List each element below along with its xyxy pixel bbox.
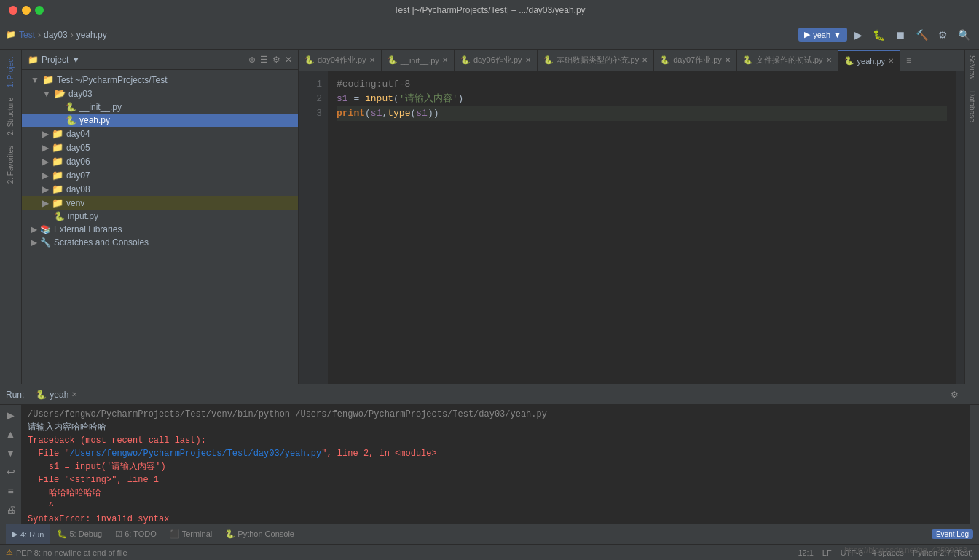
debug-button[interactable]: 🐛: [870, 28, 888, 42]
run-button[interactable]: ▶ yeah ▼: [798, 28, 847, 42]
yeah-file-icon: 🐍: [66, 115, 76, 125]
editor-scrollbar: [956, 71, 964, 384]
tree-item-scratches[interactable]: ▶ 🔧 Scratches and Consoles: [22, 236, 298, 249]
tree-item-day06-label: day06: [66, 157, 90, 167]
tab-basics[interactable]: 🐍 基础数据类型的补充.py ✕: [538, 50, 655, 71]
footer-tab-run-label: 4: Run: [20, 530, 44, 539]
footer-tab-terminal[interactable]: ⬛ Terminal: [164, 524, 218, 545]
project-settings-icon[interactable]: ⚙: [272, 55, 280, 65]
scratches-arrow: ▶: [31, 237, 37, 248]
code-editor: 1 2 3 #coding:utf-8 s1 = input ( '请输入内容'…: [299, 71, 964, 384]
footer-right: Event Log: [932, 529, 973, 539]
breadcrumb-test[interactable]: Test: [19, 30, 35, 40]
console-left-toolbar: ▶ ▲ ▼ ↩ ≡ 🖨 ★ 🗑: [0, 405, 22, 524]
console-file-link[interactable]: /Users/fengwo/PycharmProjects/Test/day03…: [70, 449, 322, 459]
panel-icon-favorites[interactable]: 2: Favorites: [5, 141, 16, 188]
bottom-toolbar-right: ⚙ —: [951, 390, 973, 400]
tab-day06-icon: 🐍: [460, 55, 471, 65]
tab-day07-icon: 🐍: [660, 55, 670, 65]
footer-tab-todo-label: ☑ 6: TODO: [115, 529, 157, 539]
day03-arrow: ▼: [42, 89, 51, 99]
tab-day04[interactable]: 🐍 day04作业.py ✕: [299, 50, 382, 71]
line-num-2: 2: [299, 92, 322, 106]
right-panel-database[interactable]: Database: [967, 85, 978, 128]
tree-item-day07-label: day07: [66, 170, 90, 181]
left-panel-icons: 1: Project 2: Structure 2: Favorites: [0, 50, 22, 384]
window-title: Test [~/PycharmProjects/Test] – .../day0…: [393, 5, 585, 15]
print-icon[interactable]: 🖨: [4, 502, 17, 517]
venv-arrow: ▶: [42, 198, 49, 208]
right-panel-scview[interactable]: ScView: [967, 50, 978, 85]
close-button[interactable]: [9, 6, 17, 15]
tree-item-yeah[interactable]: 🐍 yeah.py: [22, 114, 298, 127]
code-func-input: input: [365, 92, 393, 106]
breadcrumb-file[interactable]: yeah.py: [76, 30, 107, 40]
panel-icon-structure[interactable]: 2: Structure: [5, 93, 16, 140]
footer-tab-python-console[interactable]: 🐍 Python Console: [219, 524, 300, 545]
wrap-icon[interactable]: ↩: [5, 465, 17, 479]
tab-yeah-close[interactable]: ✕: [888, 57, 894, 65]
soft-wrap-icon[interactable]: ≡: [6, 484, 15, 498]
tree-item-root[interactable]: ▼ 📁 Test ~/PycharmProjects/Test: [22, 73, 298, 87]
breadcrumb-day03[interactable]: day03: [44, 30, 68, 40]
tab-day06[interactable]: 🐍 day06作业.py ✕: [455, 50, 538, 71]
tab-file[interactable]: 🐍 文件操作的初试.py ✕: [737, 50, 838, 71]
tab-yeah-label: yeah.py: [857, 57, 886, 66]
console-minimize-icon[interactable]: —: [964, 390, 973, 400]
bottom-tab-yeah[interactable]: 🐍 yeah ✕: [30, 384, 83, 405]
tab-basics-close[interactable]: ✕: [642, 56, 648, 64]
tab-day06-close[interactable]: ✕: [525, 56, 531, 64]
console-settings-icon[interactable]: ⚙: [951, 390, 959, 400]
run-again-icon[interactable]: ▶: [5, 408, 16, 422]
tree-item-day03-label: day03: [68, 89, 93, 99]
tree-item-ext-libs[interactable]: ▶ 📚 External Libraries: [22, 223, 298, 236]
tab-overflow-icon[interactable]: ≡: [900, 55, 917, 66]
project-close-icon[interactable]: ✕: [285, 55, 292, 65]
status-bar-left: ⚠ PEP 8: no newline at end of file: [6, 548, 127, 557]
console-line-8: SyntaxError: invalid syntax: [28, 513, 964, 524]
tab-day07-close[interactable]: ✕: [725, 56, 731, 64]
search-button[interactable]: 🔍: [955, 28, 973, 42]
code-content[interactable]: #coding:utf-8 s1 = input ( '请输入内容' ) pri…: [328, 71, 956, 384]
tree-item-day03[interactable]: ▼ 📂 day03: [22, 87, 298, 100]
tree-item-init[interactable]: 🐍 __init__.py: [22, 100, 298, 114]
line-ending[interactable]: LF: [822, 548, 832, 557]
tab-day07[interactable]: 🐍 day07作业.py ✕: [654, 50, 737, 71]
tab-day07-label: day07作业.py: [673, 55, 722, 66]
tree-item-day05[interactable]: ▶ 📁 day05: [22, 141, 298, 154]
main-toolbar: 📁 Test › day03 › yeah.py ▶ yeah ▼ ▶ 🐛 ⏹ …: [0, 20, 979, 50]
console-text: /Users/fengwo/PycharmProjects/Test/venv/…: [22, 405, 970, 524]
tab-init-close[interactable]: ✕: [442, 56, 448, 64]
tree-item-day07[interactable]: ▶ 📁 day07: [22, 168, 298, 182]
tab-day04-close[interactable]: ✕: [369, 56, 375, 64]
tree-item-input[interactable]: 🐍 input.py: [22, 210, 298, 223]
tree-item-day08[interactable]: ▶ 📁 day08: [22, 182, 298, 196]
event-log-button[interactable]: Event Log: [932, 529, 973, 539]
minimize-button[interactable]: [22, 6, 31, 15]
tree-item-day04-label: day04: [66, 129, 90, 139]
content-area: 1: Project 2: Structure 2: Favorites 📁 P…: [0, 50, 979, 384]
tree-item-venv[interactable]: ▶ 📁 venv: [22, 196, 298, 210]
tab-file-close[interactable]: ✕: [826, 56, 832, 64]
panel-icon-project[interactable]: 1: Project: [5, 52, 16, 92]
project-filter-icon[interactable]: ☰: [260, 55, 268, 65]
run-exec-button[interactable]: ▶: [852, 28, 865, 42]
scroll-up-icon[interactable]: ▲: [4, 427, 17, 441]
tree-item-day04[interactable]: ▶ 📁 day04: [22, 127, 298, 141]
tree-item-day06[interactable]: ▶ 📁 day06: [22, 154, 298, 168]
footer-tab-debug[interactable]: 🐛 5: Debug: [51, 524, 108, 545]
settings-button[interactable]: ⚙: [935, 28, 951, 42]
tab-yeah[interactable]: 🐍 yeah.py ✕: [838, 50, 901, 71]
cursor-position[interactable]: 12:1: [798, 548, 813, 557]
day06-arrow: ▶: [42, 157, 49, 167]
run-tab-close[interactable]: ✕: [71, 390, 77, 398]
build-button[interactable]: 🔨: [913, 28, 931, 42]
footer-tab-run[interactable]: ▶ 4: Run: [6, 524, 50, 545]
project-dropdown-icon[interactable]: ▼: [71, 55, 80, 65]
footer-tab-todo[interactable]: ☑ 6: TODO: [109, 524, 162, 545]
maximize-button[interactable]: [35, 6, 44, 15]
project-add-icon[interactable]: ⊕: [248, 55, 256, 65]
scroll-down-icon[interactable]: ▼: [4, 446, 17, 460]
stop-button[interactable]: ⏹: [892, 28, 908, 42]
tab-init[interactable]: 🐍 __init__.py ✕: [382, 50, 455, 71]
